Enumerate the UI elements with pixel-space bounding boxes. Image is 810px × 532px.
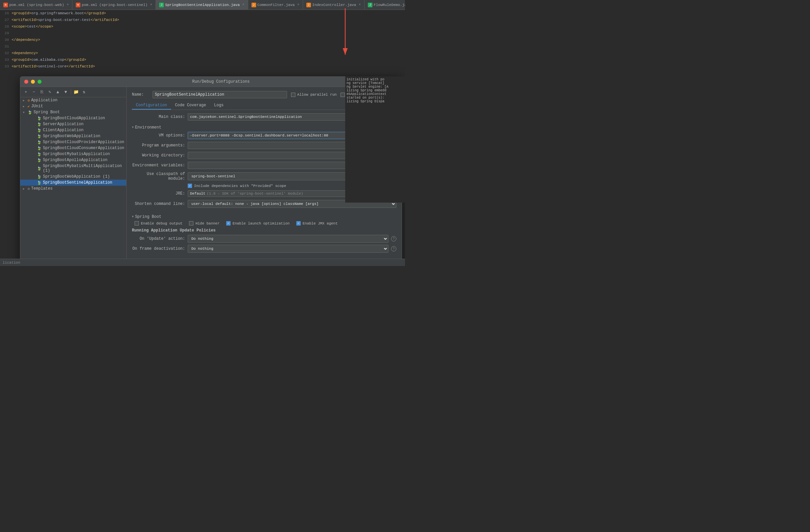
file-icon-4: 🍃	[37, 134, 42, 138]
tree-arrow-icon: ▶	[23, 187, 26, 190]
modal-sidebar: + − ⎘ ✎ ▲ ▼ 📁 ⇅ ▶ ⚙ Application ▶ ✔ JUni…	[20, 87, 127, 266]
tab-label-1: pom.xml (spring-boot-web)	[9, 3, 64, 7]
code-editor: 26 <groupId>org.springframework.boot</gr…	[0, 10, 405, 77]
tab-code-coverage[interactable]: Code Coverage	[171, 102, 210, 110]
tab-springboot-sentinel-app[interactable]: J SpringBootSentinelApplication.java ×	[156, 0, 248, 10]
sidebar-item-cloud-provider[interactable]: 🍃 SpringBootCloudProviderApplication	[20, 139, 126, 145]
store-project-file-checkbox[interactable]	[341, 93, 345, 97]
console-line-5: ebApplicationContext	[346, 92, 404, 96]
tab-flow-rule-demo[interactable]: J FlowRuleDemo.java ×	[364, 0, 405, 10]
tab-index-controller[interactable]: J IndexController.java ×	[303, 0, 364, 10]
tab-close-3[interactable]: ×	[243, 3, 244, 7]
move-down-button[interactable]: ▼	[62, 88, 69, 96]
console-line-6: started on port(s):	[346, 96, 404, 100]
sidebar-item-web-app-1[interactable]: 🍃 SpringBootWebApplication (1)	[20, 174, 126, 180]
sidebar-item-junit[interactable]: ▶ ✔ JUnit	[20, 103, 126, 109]
line-content: <dependency>	[12, 51, 38, 55]
sidebar-item-sentinel-app[interactable]: 🍃 SpringBootSentinelApplication	[20, 180, 126, 186]
sidebar-item-apollo-app[interactable]: 🍃 SpringBootApolloApplication	[20, 157, 126, 163]
line-content: </dependency>	[12, 38, 40, 42]
line-content: <groupId>org.springframework.boot</group…	[12, 11, 106, 15]
move-up-button[interactable]: ▲	[54, 88, 62, 96]
console-line-1: initialized with po	[346, 78, 404, 81]
on-update-help-icon[interactable]: ?	[391, 236, 396, 242]
sidebar-item-client-app[interactable]: 🍃 ClientApplication	[20, 127, 126, 133]
sidebar-label-client-app: ClientApplication	[43, 128, 83, 133]
enable-jmx-checkbox[interactable]	[296, 221, 301, 226]
tab-pom-xml-sentinel[interactable]: m pom.xml (spring-boot-sentinel) ×	[72, 0, 156, 10]
file-icon-3: 🍃	[37, 128, 42, 133]
code-line-27: 27 <artifactId>spring-boot-starter-test<…	[0, 17, 405, 23]
traffic-light-green[interactable]	[37, 80, 42, 84]
line-number: 33	[2, 64, 12, 68]
hide-banner-checkbox[interactable]	[189, 221, 193, 226]
code-line-34: 33 <artifactId>sentinel-core</artifactId…	[0, 63, 405, 70]
traffic-light-red[interactable]	[24, 80, 28, 84]
tab-close-4[interactable]: ×	[297, 3, 299, 7]
tab-icon-java2: J	[252, 3, 256, 7]
name-input[interactable]	[152, 91, 287, 98]
jre-label: JRE:	[132, 191, 185, 196]
modal-title: Run/Debug Configurations	[44, 79, 398, 84]
tab-pom-xml-web[interactable]: m pom.xml (spring-boot-web) ×	[0, 0, 72, 10]
copy-config-button[interactable]: ⎘	[38, 88, 46, 96]
debug-output-checkbox[interactable]	[134, 221, 139, 226]
folder-button[interactable]: 📁	[72, 88, 80, 96]
sidebar-label-web-app: SpringBootWebApplication	[43, 134, 100, 138]
code-line-29: 29	[0, 30, 405, 36]
sidebar-item-cloud-app[interactable]: 🍃 SpringBootCloudApplication	[20, 115, 126, 121]
on-update-select[interactable]: Do nothing	[188, 235, 388, 243]
debug-output-group: Enable debug output	[134, 221, 182, 226]
sidebar-label-junit: JUnit	[31, 104, 43, 109]
env-variables-label: Environment variables:	[132, 163, 185, 168]
allow-parallel-run-group: Allow parallel run	[291, 93, 337, 97]
sidebar-item-web-app[interactable]: 🍃 SpringBootWebApplication	[20, 133, 126, 139]
tab-configuration[interactable]: Configuration	[132, 102, 171, 110]
tree-arrow-icon: ▶	[23, 99, 26, 102]
sidebar-item-application[interactable]: ▶ ⚙ Application	[20, 97, 126, 103]
tab-icon-java1: J	[159, 3, 164, 7]
include-deps-checkbox[interactable]	[188, 184, 192, 188]
tab-close-1[interactable]: ×	[67, 3, 69, 7]
on-frame-select[interactable]: Do nothing	[188, 245, 388, 253]
status-bar: lication	[0, 259, 405, 266]
line-number: 29	[2, 31, 12, 35]
console-line-7: lizing Spring Dispa	[346, 100, 404, 103]
console-panel: initialized with po ng service [Tomcat] …	[345, 77, 405, 203]
hide-banner-label: Hide banner	[195, 221, 220, 226]
tab-close-2[interactable]: ×	[150, 3, 152, 7]
console-line-2: ng service [Tomcat]	[346, 81, 404, 85]
line-content: <artifactId>spring-boot-starter-test</ar…	[12, 18, 119, 22]
section-arrow-icon: ▼	[132, 126, 133, 129]
tab-logs[interactable]: Logs	[210, 102, 228, 110]
remove-config-button[interactable]: −	[30, 88, 37, 96]
spring-boot-label: Spring Boot	[135, 215, 161, 219]
on-frame-help-icon[interactable]: ?	[391, 246, 396, 251]
allow-parallel-run-checkbox[interactable]	[291, 93, 295, 97]
enable-launch-checkbox[interactable]	[226, 221, 230, 226]
file-icon-1: 🍃	[37, 116, 42, 120]
console-line-3: ng Servlet engine: [A	[346, 85, 404, 89]
springboot-icon: 🍃	[28, 110, 32, 115]
modal-body: + − ⎘ ✎ ▲ ▼ 📁 ⇅ ▶ ⚙ Application ▶ ✔ JUni…	[20, 87, 402, 266]
file-icon-5: 🍃	[37, 140, 42, 145]
add-config-button[interactable]: +	[22, 88, 30, 96]
sidebar-item-server-app[interactable]: 🍃 ServerApplication	[20, 121, 126, 127]
sidebar-item-templates[interactable]: ▶ ⚙ Templates	[20, 186, 126, 192]
spring-checkboxes: Enable debug output Hide banner Enable l…	[132, 221, 396, 226]
sidebar-item-mybatis-multi[interactable]: 🍃 SpringBootMybatisMultiApplication (1)	[20, 163, 126, 174]
file-icon-8: 🍃	[37, 158, 42, 162]
tab-close-5[interactable]: ×	[359, 3, 361, 7]
line-number: 28	[2, 24, 12, 29]
spring-boot-section-header[interactable]: ▼ Spring Boot	[132, 215, 396, 219]
code-line-32: 32 <dependency>	[0, 50, 405, 56]
sidebar-item-spring-boot[interactable]: ▼ 🍃 Spring Boot	[20, 109, 126, 115]
traffic-light-yellow[interactable]	[31, 80, 35, 84]
edit-config-button[interactable]: ✎	[46, 88, 53, 96]
tab-common-filter[interactable]: J CommonFilter.java ×	[248, 0, 303, 10]
sidebar-label-apollo-app: SpringBootApolloApplication	[43, 158, 107, 162]
modal-title-bar: Run/Debug Configurations	[20, 77, 402, 87]
sidebar-item-cloud-consumer[interactable]: 🍃 SpringBootCloudConsumerApplication	[20, 145, 126, 151]
sidebar-item-mybatis-app[interactable]: 🍃 SpringBootMybatisApplication	[20, 151, 126, 157]
sort-button[interactable]: ⇅	[80, 88, 88, 96]
